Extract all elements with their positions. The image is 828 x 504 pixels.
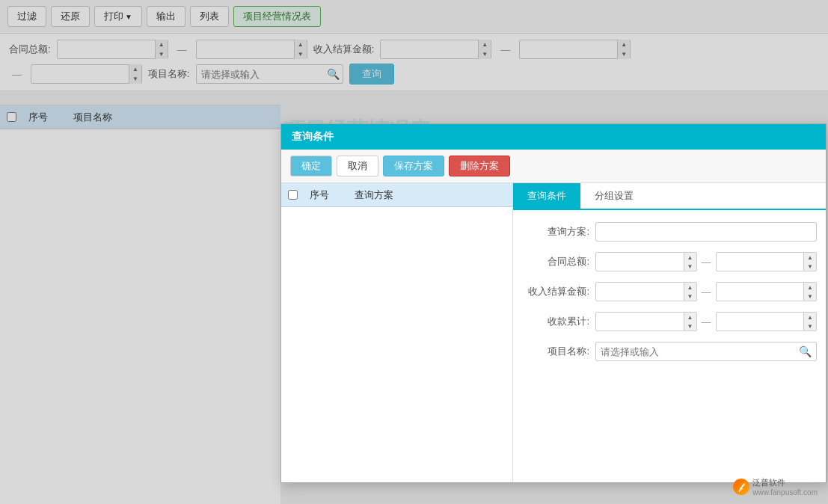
form-row-query-plan: 查询方案: xyxy=(522,222,817,242)
modal-payment-min-up[interactable]: ▲ xyxy=(684,313,696,322)
modal-contract-max-down[interactable]: ▼ xyxy=(804,262,816,271)
logo-icon-text: 𝒻 xyxy=(740,482,743,492)
logo: 𝒻 泛普软件 www.fanpusoft.com xyxy=(733,477,818,497)
form-payment-dash: — xyxy=(697,316,716,328)
modal-contract-max-up[interactable]: ▲ xyxy=(804,253,816,262)
contract-min-spinner: ▲ ▼ xyxy=(595,252,697,271)
modal-save-button[interactable]: 保存方案 xyxy=(383,156,444,176)
modal-payment-min-input[interactable] xyxy=(596,313,684,331)
query-plan-input[interactable] xyxy=(595,222,817,242)
modal-revenue-max-up[interactable]: ▲ xyxy=(804,283,816,292)
modal-payment-max-up[interactable]: ▲ xyxy=(804,313,816,322)
modal-contract-min-input[interactable] xyxy=(596,253,684,271)
modal-revenue-min-down[interactable]: ▼ xyxy=(684,292,696,301)
form-row-project: 项目名称: 🔍 xyxy=(522,342,817,361)
revenue-max-spinner: ▲ ▼ xyxy=(716,282,818,301)
modal-right-form: 查询方案: 合同总额: ▲ ▼ xyxy=(513,210,826,482)
modal-project-input-wrap: 🔍 xyxy=(595,342,817,361)
modal-revenue-max-input[interactable] xyxy=(717,283,804,301)
form-revenue-label: 收入结算金额: xyxy=(522,285,589,298)
modal-left-panel: 序号 查询方案 xyxy=(281,183,513,482)
modal-tabs: 查询条件 分组设置 xyxy=(513,183,826,210)
query-conditions-modal: 查询条件 确定 取消 保存方案 删除方案 序号 查询方案 xyxy=(280,123,827,483)
form-row-contract: 合同总额: ▲ ▼ — xyxy=(522,252,817,271)
form-revenue-dash: — xyxy=(697,286,716,298)
form-payment-field: ▲ ▼ — ▲ ▼ xyxy=(595,312,817,331)
logo-name: 泛普软件 xyxy=(752,477,818,488)
modal-project-input[interactable] xyxy=(596,345,794,359)
form-contract-field: ▲ ▼ — ▲ ▼ xyxy=(595,252,817,271)
modal-revenue-max-down[interactable]: ▼ xyxy=(804,292,816,301)
payment-min-spinner: ▲ ▼ xyxy=(595,312,697,331)
logo-icon: 𝒻 xyxy=(733,479,749,495)
form-contract-label: 合同总额: xyxy=(522,255,589,268)
modal-payment-min-down[interactable]: ▼ xyxy=(684,322,696,331)
modal-right-panel: 查询条件 分组设置 查询方案: 合同总额: xyxy=(513,183,826,482)
modal-cancel-button[interactable]: 取消 xyxy=(337,156,378,176)
modal-left-check-header[interactable] xyxy=(281,190,304,200)
form-query-plan-field xyxy=(595,222,817,242)
modal-payment-max-input[interactable] xyxy=(717,313,804,331)
modal-title-bar: 查询条件 xyxy=(281,124,826,150)
form-revenue-field: ▲ ▼ — ▲ ▼ xyxy=(595,282,817,301)
modal-title: 查询条件 xyxy=(292,130,334,142)
modal-contract-min-down[interactable]: ▼ xyxy=(684,262,696,271)
modal-left-name-header: 查询方案 xyxy=(349,188,512,202)
modal-overlay: 查询条件 确定 取消 保存方案 删除方案 序号 查询方案 xyxy=(0,0,828,504)
modal-left-select-all[interactable] xyxy=(288,190,298,200)
modal-confirm-button[interactable]: 确定 xyxy=(290,156,332,176)
modal-revenue-min-input[interactable] xyxy=(596,283,684,301)
revenue-min-spinner: ▲ ▼ xyxy=(595,282,697,301)
modal-action-bar: 确定 取消 保存方案 删除方案 xyxy=(281,150,826,183)
form-project-label: 项目名称: xyxy=(522,345,589,358)
payment-max-spinner: ▲ ▼ xyxy=(716,312,818,331)
modal-project-search-icon[interactable]: 🔍 xyxy=(794,345,816,357)
form-row-payment: 收款累计: ▲ ▼ — xyxy=(522,312,817,331)
modal-payment-max-down[interactable]: ▼ xyxy=(804,322,816,331)
tab-group-settings[interactable]: 分组设置 xyxy=(580,183,648,209)
logo-url: www.fanpusoft.com xyxy=(752,488,818,497)
modal-left-header: 序号 查询方案 xyxy=(281,183,512,207)
form-query-plan-label: 查询方案: xyxy=(522,225,589,239)
modal-left-body xyxy=(281,207,512,482)
modal-revenue-min-up[interactable]: ▲ xyxy=(684,283,696,292)
modal-left-seq-header: 序号 xyxy=(304,188,349,202)
form-project-field: 🔍 xyxy=(595,342,817,361)
tab-query-conditions[interactable]: 查询条件 xyxy=(513,183,580,209)
contract-max-spinner: ▲ ▼ xyxy=(716,252,818,271)
modal-body: 序号 查询方案 查询条件 分组设置 查询方案: xyxy=(281,183,826,482)
modal-contract-min-up[interactable]: ▲ xyxy=(684,253,696,262)
modal-delete-button[interactable]: 删除方案 xyxy=(449,156,510,176)
form-row-revenue: 收入结算金额: ▲ ▼ — xyxy=(522,282,817,301)
form-payment-label: 收款累计: xyxy=(522,315,589,328)
modal-contract-max-input[interactable] xyxy=(717,253,804,271)
form-contract-dash: — xyxy=(697,256,716,268)
